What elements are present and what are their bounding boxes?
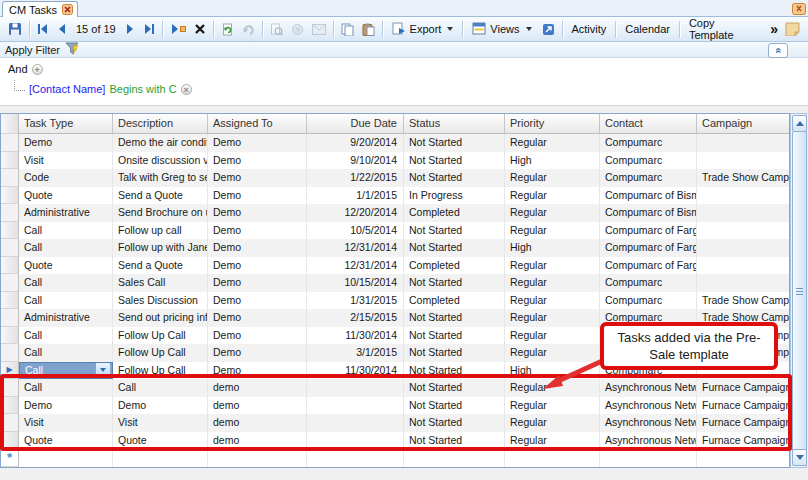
scroll-up-button[interactable] (792, 115, 807, 132)
table-cell[interactable]: Demo (208, 292, 307, 310)
email-button[interactable] (308, 19, 330, 40)
table-cell[interactable]: Quote (19, 187, 113, 205)
table-cell[interactable]: Regular (505, 309, 600, 327)
table-cell[interactable]: Compumarc (600, 169, 697, 187)
table-cell[interactable] (697, 222, 789, 240)
table-row[interactable]: CallFollow up callDemo10/5/2014Not Start… (1, 222, 789, 240)
table-cell[interactable]: Call (19, 274, 113, 292)
table-cell[interactable]: Regular (505, 204, 600, 222)
table-cell[interactable] (697, 152, 789, 170)
row-selector[interactable]: ▶ (1, 362, 19, 380)
table-cell[interactable]: Regular (505, 292, 600, 310)
table-cell[interactable]: Not Started (404, 169, 505, 187)
vertical-scrollbar[interactable] (790, 113, 807, 468)
table-cell[interactable]: Call (19, 344, 113, 362)
table-cell[interactable]: Furnace Campaign (697, 397, 789, 415)
collapse-filter-button[interactable]: « (768, 43, 788, 58)
add-condition-icon[interactable]: + (32, 64, 43, 75)
table-cell[interactable]: Follow Up Call (113, 362, 208, 380)
table-row[interactable]: CallSales DiscussionDemo1/31/2015Complet… (1, 292, 789, 310)
previous-record-button[interactable] (53, 19, 70, 40)
table-cell[interactable]: Compumarc (600, 274, 697, 292)
remove-condition-icon[interactable]: × (181, 84, 192, 95)
table-row[interactable]: CallSales CallDemo10/15/2014Not StartedR… (1, 274, 789, 292)
toolbar-overflow-button[interactable]: » (766, 19, 781, 40)
row-selector[interactable] (1, 414, 19, 432)
table-cell[interactable]: Not Started (404, 239, 505, 257)
table-cell[interactable]: Follow up with Jane (113, 239, 208, 257)
table-cell[interactable]: Demo (208, 274, 307, 292)
table-cell[interactable]: Asynchronous Netw... (600, 379, 697, 397)
table-cell[interactable]: Demo (208, 257, 307, 275)
table-cell[interactable] (307, 432, 404, 450)
table-cell[interactable]: demo (208, 379, 307, 397)
empty-new-cell[interactable] (600, 449, 697, 467)
table-cell[interactable]: 1/31/2015 (307, 292, 404, 310)
activity-button[interactable]: Activity (565, 19, 612, 40)
table-cell[interactable]: Regular (505, 344, 600, 362)
table-cell[interactable]: Demo (113, 397, 208, 415)
task-type-combobox[interactable]: Call (19, 362, 113, 380)
table-cell[interactable]: Completed (404, 204, 505, 222)
column-header[interactable]: Task Type (19, 114, 113, 134)
table-cell[interactable]: Follow Up Call (113, 327, 208, 345)
table-cell[interactable]: Asynchronous Netw... (600, 414, 697, 432)
empty-new-cell[interactable] (19, 449, 113, 467)
table-cell[interactable]: Furnace Campaign (697, 414, 789, 432)
column-header[interactable]: Priority (505, 114, 600, 134)
refresh-button[interactable] (217, 19, 238, 40)
table-cell[interactable] (697, 239, 789, 257)
row-selector[interactable] (1, 187, 19, 205)
table-cell[interactable]: Send a Quote (113, 257, 208, 275)
table-cell[interactable]: Regular (505, 432, 600, 450)
table-cell[interactable] (697, 204, 789, 222)
filter-condition[interactable]: [Contact Name] Begins with C × (14, 80, 192, 95)
table-cell[interactable]: 9/20/2014 (307, 134, 404, 152)
next-record-button[interactable] (122, 19, 139, 40)
row-selector[interactable] (1, 152, 19, 170)
table-cell[interactable]: Asynchronous Netw... (600, 397, 697, 415)
table-cell[interactable]: Quote (19, 257, 113, 275)
copy-template-button[interactable]: Copy Template (683, 19, 766, 40)
table-cell[interactable]: Call (19, 327, 113, 345)
table-cell[interactable]: 11/30/2014 (307, 327, 404, 345)
table-cell[interactable]: Demo (208, 362, 307, 380)
row-selector[interactable] (1, 239, 19, 257)
table-cell[interactable]: Quote (19, 432, 113, 450)
table-cell[interactable] (307, 379, 404, 397)
table-cell[interactable]: Compumarc of Fargo (600, 239, 697, 257)
table-cell[interactable]: 12/31/2014 (307, 257, 404, 275)
condition-operator[interactable]: Begins with C (109, 83, 176, 95)
note-icon[interactable] (781, 19, 804, 40)
row-selector[interactable] (1, 134, 19, 152)
table-cell[interactable]: Follow up call (113, 222, 208, 240)
table-cell[interactable]: Follow Up Call (113, 344, 208, 362)
table-cell[interactable]: Not Started (404, 222, 505, 240)
table-cell[interactable]: Demo (208, 344, 307, 362)
table-cell[interactable]: Not Started (404, 152, 505, 170)
table-cell[interactable]: Not Started (404, 397, 505, 415)
table-cell[interactable]: Quote (113, 432, 208, 450)
table-cell[interactable] (307, 397, 404, 415)
table-cell[interactable]: 3/1/2015 (307, 344, 404, 362)
table-row[interactable]: CodeTalk with Greg to se...Demo1/22/2015… (1, 169, 789, 187)
table-cell[interactable]: demo (208, 432, 307, 450)
new-row-selector[interactable]: * (1, 449, 19, 467)
column-header[interactable]: Description (113, 114, 208, 134)
table-cell[interactable]: Regular (505, 274, 600, 292)
table-cell[interactable]: Regular (505, 257, 600, 275)
table-cell[interactable]: Administrative (19, 309, 113, 327)
row-selector[interactable] (1, 292, 19, 310)
table-cell[interactable]: Sales Call (113, 274, 208, 292)
table-cell[interactable]: Regular (505, 134, 600, 152)
row-selector[interactable] (1, 204, 19, 222)
row-selector[interactable] (1, 309, 19, 327)
empty-new-cell[interactable] (404, 449, 505, 467)
table-cell[interactable]: Completed (404, 257, 505, 275)
column-header[interactable]: Contact (600, 114, 697, 134)
table-cell[interactable]: 10/15/2014 (307, 274, 404, 292)
table-cell[interactable]: Regular (505, 327, 600, 345)
table-row[interactable]: QuoteSend a QuoteDemo12/31/2014Completed… (1, 257, 789, 275)
condition-field[interactable]: [Contact Name] (29, 83, 105, 95)
table-cell[interactable]: demo (208, 397, 307, 415)
